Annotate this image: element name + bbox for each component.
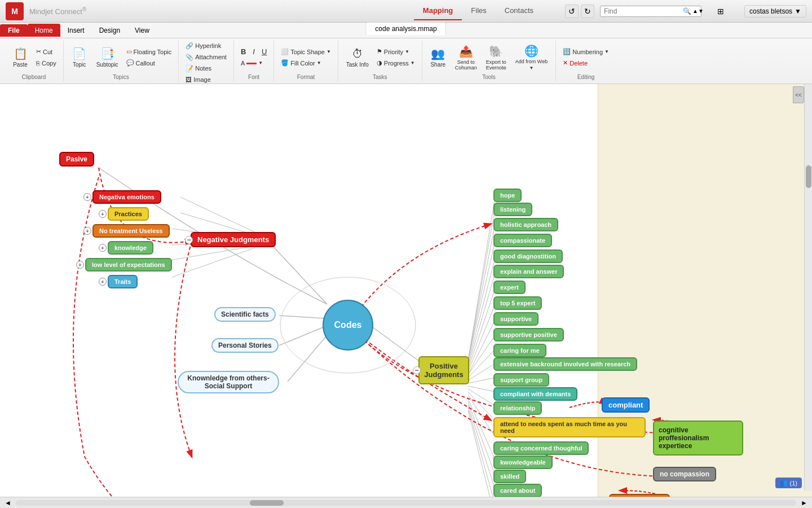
italic-button[interactable]: I [250,47,257,57]
ribbon-tab-design[interactable]: Design [92,24,127,37]
positive-judgments-node[interactable]: Positive Judgments − [418,356,469,384]
expert-node[interactable]: expert [493,281,526,294]
export-evernote-button[interactable]: 🐘 Export toEvernote [483,42,510,73]
attend-needs-node[interactable]: attend to needs spent as much time as yo… [493,417,646,437]
scientific-facts-node[interactable]: Scientific facts [214,307,276,322]
find-icon[interactable]: 🔍 [683,7,691,15]
priority-button[interactable]: ⚑ Priority ▼ [374,47,417,57]
listening-node[interactable]: listening [493,203,532,216]
negative-emotions-collapse[interactable]: + [83,193,91,201]
underline-button[interactable]: U [259,47,269,57]
scroll-thumb-v[interactable] [806,165,811,188]
redo-button[interactable]: ↻ [581,5,594,18]
find-input[interactable] [604,7,683,15]
canvas-area[interactable]: Codes Pasive Negative Judgments − + Nega… [0,84,812,502]
caring-node[interactable]: caring for me [493,344,546,357]
delete-button[interactable]: ✕ Delete [561,58,611,68]
hyperlink-button[interactable]: 🔗 Hyperlink [183,41,229,51]
add-web-chevron[interactable]: ▼ [529,65,534,71]
subtopic-button[interactable]: 📑 Subtopic [93,42,122,73]
topic-shape-chevron[interactable]: ▼ [326,49,331,54]
codes-node[interactable]: Codes [323,300,373,351]
good-diag-node[interactable]: good diagnostition [493,249,563,263]
find-area[interactable]: 🔍 ▲ ▼ [600,6,701,17]
add-from-web-button[interactable]: 🌐 Add from Web ▼ [512,42,551,73]
numbering-button[interactable]: 🔢 Numbering ▼ [561,47,611,57]
task-info-button[interactable]: ⏱ Task Info [343,42,372,73]
scroll-left-btn[interactable]: ◄ [5,499,11,507]
scrollbar-horizontal[interactable] [16,500,796,506]
no-treatment-node[interactable]: No treatment Useless [92,224,170,238]
cognitive-node[interactable]: cognitive proffesionalism expertiece [653,421,743,456]
supportive-node[interactable]: supportive [493,312,539,326]
skilled-node[interactable]: skilled [493,470,526,483]
supportive-pos-node[interactable]: supportive positive [493,328,564,341]
bold-button[interactable]: B [239,47,248,57]
floating-topic-button[interactable]: ▭ Floating Topic [124,47,174,57]
ribbon-tab-insert[interactable]: Insert [60,24,92,37]
font-color-chevron[interactable]: ▼ [258,60,263,65]
no-treatment-collapse[interactable]: + [83,227,91,235]
find-next-icon[interactable]: ▼ [698,8,704,14]
fill-color-button[interactable]: 🪣 Fill Color ▼ [279,58,333,68]
traits-collapse[interactable]: + [99,278,107,286]
scroll-right-btn[interactable]: ► [801,499,807,507]
paste-button[interactable]: 📋 Paste [9,42,32,73]
nav-tab-files[interactable]: Files [462,2,495,20]
low-level-collapse[interactable]: + [76,261,84,269]
scrollbar-vertical[interactable] [804,84,812,491]
cared-about-node[interactable]: cared about [493,484,542,497]
nav-tab-mapping[interactable]: Mapping [414,2,462,20]
scroll-thumb-h[interactable] [250,500,284,506]
knowledgeable-node[interactable]: kwowledgeable [493,456,553,469]
send-cohuman-button[interactable]: 📤 Send toCohuman [452,42,480,73]
numbering-chevron[interactable]: ▼ [604,49,609,54]
share-button[interactable]: 👥 Share [427,42,449,73]
holistic-node[interactable]: holistic approach [493,218,558,231]
priority-chevron[interactable]: ▼ [405,49,409,54]
attachment-button[interactable]: 📎 Attachment [183,52,229,62]
collapse-panel-button[interactable]: << [793,86,804,103]
expand-icon[interactable]: ⊞ [717,7,724,16]
relationship-node[interactable]: relationship [493,401,542,415]
negative-judgments-node[interactable]: Negative Judgments − [191,232,276,247]
progress-button[interactable]: ◑ Progress ▼ [374,58,417,68]
practices-node[interactable]: Practices [108,207,149,221]
knowledge-node[interactable]: knowledge [108,241,153,255]
ribbon-tab-home[interactable]: Home [28,24,60,37]
no-compassion-node[interactable]: no compassion [653,467,716,481]
topic-shape-button[interactable]: ⬜ Topic Shape ▼ [279,47,333,57]
notes-button[interactable]: 📝 Notes [183,63,229,73]
callout-button[interactable]: 💬 Callout [124,58,174,68]
progress-chevron[interactable]: ▼ [411,60,415,65]
file-tab[interactable]: File [0,24,28,37]
compliant-node[interactable]: compliant [602,397,650,413]
top5-node[interactable]: top 5 expert [493,296,542,310]
font-color-button[interactable]: A ▼ [239,58,269,68]
image-button[interactable]: 🖼 Image [183,75,229,85]
pasive-node[interactable]: Pasive [59,152,94,167]
topic-button[interactable]: 📄 Topic [68,42,91,73]
undo-button[interactable]: ↺ [565,5,579,18]
personal-stories-node[interactable]: Personal Stories [211,338,279,353]
practices-collapse[interactable]: + [99,210,107,218]
caring-concerned-node[interactable]: caring concerned thoughful [493,441,589,455]
cut-button[interactable]: ✂ Cut [34,47,59,57]
user-area[interactable]: costas bletsos ▼ [744,5,806,17]
compliant-d-node[interactable]: compliant with demants [493,387,577,401]
nav-tab-contacts[interactable]: Contacts [496,2,542,20]
compassionate-node[interactable]: compassionate [493,234,552,247]
knowledge-social-node[interactable]: Knownledge from others-Social Support [178,371,279,393]
hope-node[interactable]: hope [493,189,522,202]
find-prev-icon[interactable]: ▲ [692,8,698,14]
traits-node[interactable]: Traits [108,275,138,288]
knowledge-collapse[interactable]: + [99,244,107,252]
low-level-node[interactable]: low level of expectations [85,258,172,271]
ribbon-tab-view[interactable]: View [127,24,157,37]
copy-button[interactable]: ⎘ Copy [34,58,59,68]
explain-node[interactable]: explain and answer [493,265,564,278]
fill-color-chevron[interactable]: ▼ [317,60,321,65]
support-group-node[interactable]: support group [493,373,549,387]
negative-emotions-node[interactable]: Negativa emotions [92,190,161,204]
extensive-node[interactable]: extensive backround involved with resear… [493,357,637,371]
